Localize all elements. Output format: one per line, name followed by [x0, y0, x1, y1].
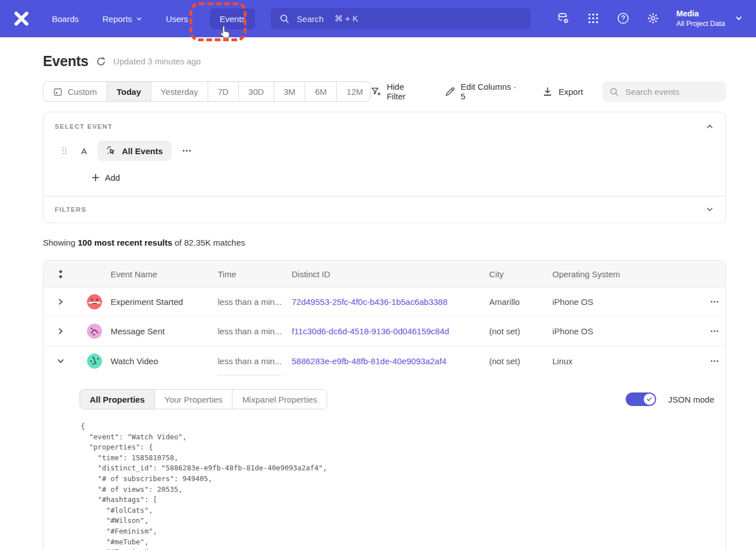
results-summary: Showing 100 most recent results of 82.35…	[43, 238, 726, 247]
settings-gear-icon[interactable]	[647, 12, 660, 25]
nav-right-icons: Media All Project Data	[557, 8, 742, 28]
filters-section[interactable]: FILTERS	[43, 196, 726, 222]
collapse-rows-icon[interactable]	[56, 269, 65, 279]
event-avatar-icon	[87, 324, 102, 339]
col-distinct-id[interactable]: Distinct ID	[292, 269, 489, 279]
apps-grid-icon[interactable]	[587, 12, 600, 25]
cell-os: iPhone OS	[552, 297, 660, 307]
events-search-input[interactable]	[624, 86, 719, 97]
cell-event-name: Watch Video	[111, 356, 218, 366]
search-icon	[609, 87, 619, 97]
events-search-field[interactable]	[603, 81, 726, 102]
all-events-selector[interactable]: All Events	[98, 141, 172, 161]
nav-item-reports[interactable]: Reports	[103, 14, 143, 24]
event-more-options-icon[interactable]	[182, 146, 192, 156]
json-mode-toggle[interactable]	[626, 392, 656, 406]
chevron-down-icon[interactable]	[56, 357, 65, 365]
chevron-down-icon[interactable]	[705, 205, 714, 214]
nav-item-events[interactable]: Events	[210, 8, 255, 29]
event-selection-row: A All Events	[55, 141, 714, 161]
pencil-icon	[445, 86, 455, 97]
cell-time: less than a min...	[218, 297, 292, 307]
cell-city: (not set)	[489, 356, 552, 366]
row-more-options-icon[interactable]	[710, 326, 719, 336]
toolbar: Custom Today Yesterday 7D 30D 3M 6M 12M …	[43, 81, 726, 102]
tab-all-properties[interactable]: All Properties	[80, 390, 155, 409]
tab-your-properties[interactable]: Your Properties	[155, 390, 233, 409]
toggle-knob	[644, 394, 655, 405]
cell-event-name: Message Sent	[111, 326, 218, 336]
event-detail-panel: All Properties Your Properties Mixpanel …	[43, 376, 726, 550]
project-scope: All Project Data	[676, 19, 725, 28]
row-more-options-icon[interactable]	[710, 356, 719, 366]
refresh-icon[interactable]	[96, 56, 106, 67]
main-content: Events Updated 3 minutes ago Custom Toda…	[43, 53, 726, 550]
edit-columns-button[interactable]: Edit Columns · 5	[445, 82, 522, 101]
properties-tabs: All Properties Your Properties Mixpanel …	[80, 389, 327, 409]
drag-handle-icon[interactable]	[61, 146, 68, 155]
col-city[interactable]: City	[489, 269, 552, 279]
cell-city: (not set)	[489, 326, 552, 336]
export-button[interactable]: Export	[542, 86, 583, 97]
event-avatar-icon	[87, 294, 102, 309]
search-icon	[279, 14, 289, 24]
date-range-7d[interactable]: 7D	[208, 82, 239, 101]
cell-distinct-id[interactable]: f11c30d6-dc6d-4518-9136-0d046159c84d	[292, 326, 489, 336]
date-range-30d[interactable]: 30D	[239, 82, 274, 101]
cell-time: less than a min...	[218, 326, 292, 336]
hide-filter-button[interactable]: Hide Filter	[371, 82, 425, 101]
col-event-name[interactable]: Event Name	[111, 269, 218, 279]
table-row[interactable]: Message Sent less than a min... f11c30d6…	[43, 317, 726, 346]
nav-item-users[interactable]: Users	[166, 14, 188, 24]
chevron-up-icon[interactable]	[705, 122, 714, 131]
title-row: Events Updated 3 minutes ago	[43, 53, 726, 69]
project-switcher[interactable]: Media All Project Data	[676, 8, 742, 28]
cell-time: less than a min...	[218, 356, 292, 366]
table-row[interactable]: Experiment Started less than a min... 72…	[43, 287, 726, 317]
chevron-right-icon[interactable]	[56, 327, 65, 335]
page-title: Events	[43, 53, 89, 69]
cell-distinct-id[interactable]: 72d49553-25fc-4f0c-b436-1b5ac6ab3388	[292, 297, 489, 307]
nav-menu: Boards Reports Users Events	[52, 8, 253, 29]
chevron-down-icon	[136, 16, 142, 22]
tab-mixpanel-properties[interactable]: Mixpanel Properties	[232, 390, 327, 409]
filters-label: FILTERS	[55, 206, 86, 213]
last-updated-text: Updated 3 minutes ago	[113, 56, 201, 66]
search-label: Search	[297, 14, 324, 24]
cell-distinct-id[interactable]: 5886283e-e9fb-48fb-81de-40e9093a2af4	[292, 356, 489, 366]
download-icon	[542, 86, 553, 97]
col-time[interactable]: Time	[218, 269, 292, 279]
toolbar-right: Hide Filter Edit Columns · 5 Export	[371, 81, 726, 102]
date-range-6m[interactable]: 6M	[305, 82, 337, 101]
cell-os: iPhone OS	[552, 326, 660, 336]
date-range-12m[interactable]: 12M	[337, 82, 370, 101]
results-count: 100 most recent results	[78, 238, 173, 247]
chevron-right-icon[interactable]	[56, 298, 65, 306]
date-range-yesterday[interactable]: Yesterday	[151, 82, 208, 101]
data-management-icon[interactable]	[557, 12, 570, 25]
global-search-bar[interactable]: Search ⌘ + K	[271, 8, 530, 29]
search-shortcut: ⌘ + K	[335, 14, 358, 24]
cell-event-name: Experiment Started	[111, 297, 218, 307]
add-event-button[interactable]: Add	[91, 173, 714, 182]
top-nav: Boards Reports Users Events Search ⌘ + K	[0, 0, 756, 37]
query-builder-card: SELECT EVENT A All Events	[43, 112, 726, 223]
col-operating-system[interactable]: Operating System	[552, 269, 660, 279]
cell-city: Amarillo	[489, 297, 552, 307]
row-more-options-icon[interactable]	[710, 297, 719, 307]
plus-icon	[91, 173, 100, 182]
date-range-custom[interactable]: Custom	[43, 82, 107, 101]
help-icon[interactable]	[617, 12, 630, 25]
date-range-3m[interactable]: 3M	[274, 82, 306, 101]
event-json-viewer[interactable]: { "event": "Watch Video", "properties": …	[81, 421, 714, 550]
json-mode-label: JSON mode	[668, 395, 714, 404]
date-range-today[interactable]: Today	[107, 82, 151, 101]
funnel-add-icon	[371, 86, 381, 97]
project-name: Media	[676, 8, 725, 19]
table-row-expanded[interactable]: Watch Video less than a min... 5886283e-…	[43, 346, 726, 376]
cell-os: Linux	[552, 356, 660, 366]
time-column-divider	[217, 375, 282, 376]
step-letter: A	[81, 146, 89, 156]
nav-item-boards[interactable]: Boards	[52, 14, 79, 24]
mixpanel-logo-icon[interactable]	[14, 11, 29, 27]
